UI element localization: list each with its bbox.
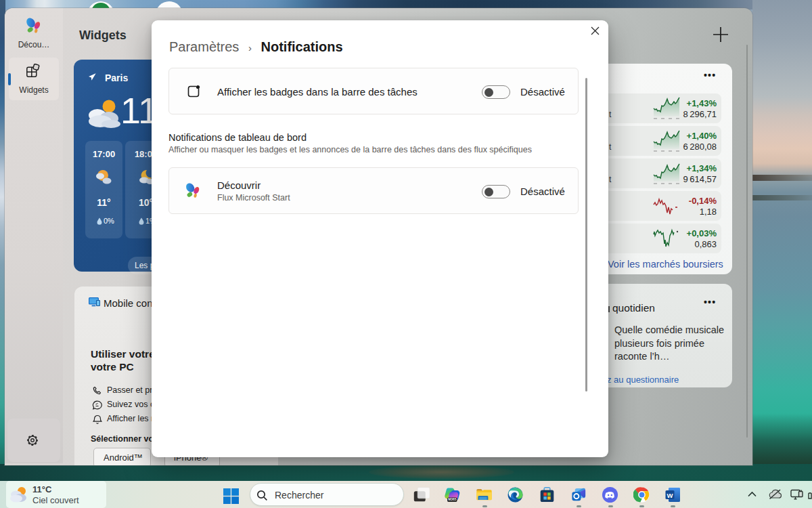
svg-text:W: W xyxy=(667,492,673,499)
svg-text:M365: M365 xyxy=(448,498,456,501)
